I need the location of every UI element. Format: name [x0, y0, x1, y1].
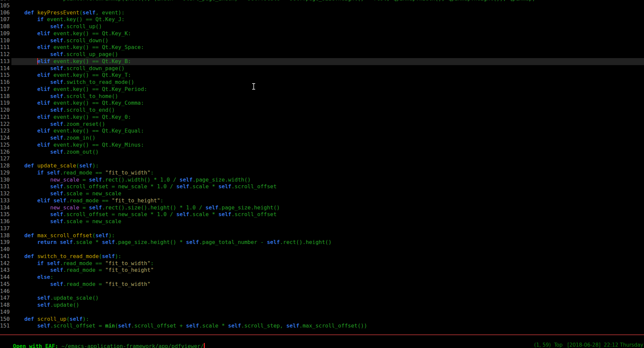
code-line[interactable]: 133 elif self.read_mode == "fit_to_heigh… — [0, 197, 644, 204]
code-text[interactable]: self.scroll_up_page() — [11, 51, 644, 58]
code-text[interactable] — [11, 246, 644, 253]
code-line[interactable]: 150 def scroll_up(self): — [0, 316, 644, 323]
code-text[interactable]: return self.scale * self.page_size.heigh… — [11, 239, 644, 246]
code-line[interactable]: 137 — [0, 225, 644, 232]
code-text[interactable]: elif event.key() == Qt.Key_Period: — [11, 86, 644, 93]
minibuffer[interactable]: Open with EAF: ~/emacs-application-frame… — [0, 335, 644, 343]
code-line[interactable]: 129 if self.read_mode == "fit_to_width": — [0, 169, 644, 177]
code-line[interactable]: 111 elif event.key() == Qt.Key_Space: — [0, 44, 644, 51]
code-line[interactable]: 106 def keyPressEvent(self, event): — [0, 9, 644, 16]
code-text[interactable]: elif event.key() == Qt.Key_Minus: — [11, 142, 644, 149]
code-text[interactable]: elif event.key() == Qt.Key_K: — [11, 30, 644, 37]
code-line[interactable]: 126 self.zoom_out() — [0, 149, 644, 156]
code-line[interactable]: 148 self.update() — [0, 302, 644, 309]
minibuffer-input[interactable]: ~/emacs-application-framework/app/pdfvie… — [61, 343, 204, 348]
code-text[interactable]: self.scroll_offset = min(self.scroll_off… — [11, 322, 644, 330]
code-text[interactable]: new_scale = self.rect().size().height() … — [11, 204, 644, 211]
code-text[interactable]: def switch_to_read_mode(self): — [11, 253, 644, 260]
code-text[interactable]: self.scroll_to_home() — [11, 93, 644, 100]
code-text[interactable]: self.zoom_out() — [11, 149, 644, 156]
code-text[interactable]: self.scroll_down() — [11, 37, 644, 44]
code-text[interactable]: elif event.key() == Qt.Key_0: — [11, 114, 644, 121]
code-text[interactable]: if event.key() == Qt.Key_J: — [11, 16, 644, 23]
code-line[interactable]: 135 self.scroll_offset = new_scale * 1.0… — [0, 211, 644, 218]
code-text[interactable]: self.switch_to_read_mode() — [11, 79, 644, 86]
code-line[interactable]: 141 def switch_to_read_mode(self): — [0, 253, 644, 260]
code-text[interactable]: self.scroll_up() — [11, 23, 644, 30]
code-line[interactable]: 112 self.scroll_up_page() — [0, 51, 644, 58]
code-line[interactable]: 113 elif event.key() == Qt.Key_B: — [0, 58, 644, 65]
code-line[interactable]: 134 new_scale = self.rect().size().heigh… — [0, 204, 644, 211]
code-line[interactable]: 124 self.zoom_in() — [0, 135, 644, 142]
code-line[interactable]: 128 def update_scale(self): — [0, 162, 644, 169]
code-text[interactable]: painter.drawPixmap(QRect(0, (index - sta… — [11, 0, 644, 2]
code-text[interactable]: self.read_mode = "fit_to_height" — [11, 267, 644, 274]
code-text[interactable]: elif event.key() == Qt.Key_Comma: — [11, 100, 644, 107]
code-text[interactable]: self.zoom_in() — [11, 135, 644, 142]
code-text[interactable]: elif event.key() == Qt.Key_Equal: — [11, 128, 644, 135]
code-text[interactable]: self.read_mode = "fit_to_width" — [11, 281, 644, 288]
code-text[interactable]: self.update() — [11, 302, 644, 309]
code-line[interactable]: 121 elif event.key() == Qt.Key_0: — [0, 114, 644, 121]
code-line[interactable]: 110 self.scroll_down() — [0, 37, 644, 44]
code-line[interactable]: 139 return self.scale * self.page_size.h… — [0, 239, 644, 246]
code-line[interactable]: 105 — [0, 2, 644, 9]
code-line[interactable]: 145 self.read_mode = "fit_to_width" — [0, 281, 644, 288]
code-line[interactable]: 130 new_scale = self.rect().width() * 1.… — [0, 177, 644, 184]
code-text[interactable]: def max_scroll_offset(self): — [11, 232, 644, 239]
code-text[interactable]: if self.read_mode == "fit_to_width": — [11, 260, 644, 267]
code-line[interactable]: 146 — [0, 288, 644, 295]
code-line[interactable]: 147 self.update_scale() — [0, 295, 644, 302]
code-line[interactable]: 138 def max_scroll_offset(self): — [0, 232, 644, 239]
code-text[interactable] — [11, 288, 644, 295]
code-line[interactable]: 143 self.read_mode = "fit_to_height" — [0, 267, 644, 274]
code-text[interactable]: self.scroll_to_end() — [11, 107, 644, 114]
code-line[interactable]: 104 painter.drawPixmap(QRect(0, (index -… — [0, 0, 644, 2]
code-text[interactable] — [11, 225, 644, 232]
code-line[interactable]: 109 elif event.key() == Qt.Key_K: — [0, 30, 644, 37]
code-text[interactable]: elif event.key() == Qt.Key_B: — [11, 58, 644, 65]
code-text[interactable]: self.update_scale() — [11, 295, 644, 302]
code-text[interactable]: def update_scale(self): — [11, 162, 644, 169]
code-text[interactable]: def scroll_up(self): — [11, 316, 644, 323]
code-text[interactable]: self.scale = new_scale — [11, 218, 644, 225]
code-text[interactable]: elif event.key() == Qt.Key_Space: — [11, 44, 644, 51]
code-text[interactable]: self.scroll_offset = new_scale * 1.0 / s… — [11, 183, 644, 190]
code-text[interactable]: def keyPressEvent(self, event): — [11, 9, 644, 16]
code-line[interactable]: 125 elif event.key() == Qt.Key_Minus: — [0, 142, 644, 149]
code-line[interactable]: 123 elif event.key() == Qt.Key_Equal: — [0, 128, 644, 135]
code-line[interactable]: 144 else: — [0, 274, 644, 281]
code-text[interactable]: if self.read_mode == "fit_to_width": — [11, 169, 644, 177]
code-line[interactable]: 127 — [0, 155, 644, 162]
code-text[interactable]: self.scroll_down_page() — [11, 65, 644, 72]
code-line[interactable]: 115 elif event.key() == Qt.Key_T: — [0, 72, 644, 79]
code-line[interactable]: 118 self.scroll_to_home() — [0, 93, 644, 100]
code-text[interactable] — [11, 2, 644, 9]
code-line[interactable]: 132 self.scale = new_scale — [0, 190, 644, 197]
code-buffer[interactable]: 104 painter.drawPixmap(QRect(0, (index -… — [0, 0, 644, 330]
code-text[interactable]: else: — [11, 274, 644, 281]
code-line[interactable]: 142 if self.read_mode == "fit_to_width": — [0, 260, 644, 267]
code-text[interactable] — [11, 309, 644, 316]
code-text[interactable]: elif self.read_mode == "fit_to_height": — [11, 197, 644, 204]
code-text[interactable] — [11, 155, 644, 162]
code-text[interactable]: new_scale = self.rect().width() * 1.0 / … — [11, 177, 644, 184]
code-text[interactable]: self.zoom_reset() — [11, 121, 644, 128]
code-line[interactable]: 119 elif event.key() == Qt.Key_Comma: — [0, 100, 644, 107]
code-line[interactable]: 131 self.scroll_offset = new_scale * 1.0… — [0, 183, 644, 190]
code-text[interactable]: self.scroll_offset = new_scale * 1.0 / s… — [11, 211, 644, 218]
code-line[interactable]: 107 if event.key() == Qt.Key_J: — [0, 16, 644, 23]
code-line[interactable]: 114 self.scroll_down_page() — [0, 65, 644, 72]
code-text[interactable]: self.scale = new_scale — [11, 190, 644, 197]
code-line[interactable]: 120 self.scroll_to_end() — [0, 107, 644, 114]
code-line[interactable]: 108 self.scroll_up() — [0, 23, 644, 30]
code-line[interactable]: 122 self.zoom_reset() — [0, 121, 644, 128]
code-line[interactable]: 117 elif event.key() == Qt.Key_Period: — [0, 86, 644, 93]
code-text[interactable]: elif event.key() == Qt.Key_T: — [11, 72, 644, 79]
code-line[interactable]: 136 self.scale = new_scale — [0, 218, 644, 225]
code-line[interactable]: 116 self.switch_to_read_mode() — [0, 79, 644, 86]
code-line[interactable]: 140 — [0, 246, 644, 253]
line-number: 118 — [0, 93, 11, 100]
code-line[interactable]: 149 — [0, 309, 644, 316]
code-line[interactable]: 151 self.scroll_offset = min(self.scroll… — [0, 322, 644, 330]
